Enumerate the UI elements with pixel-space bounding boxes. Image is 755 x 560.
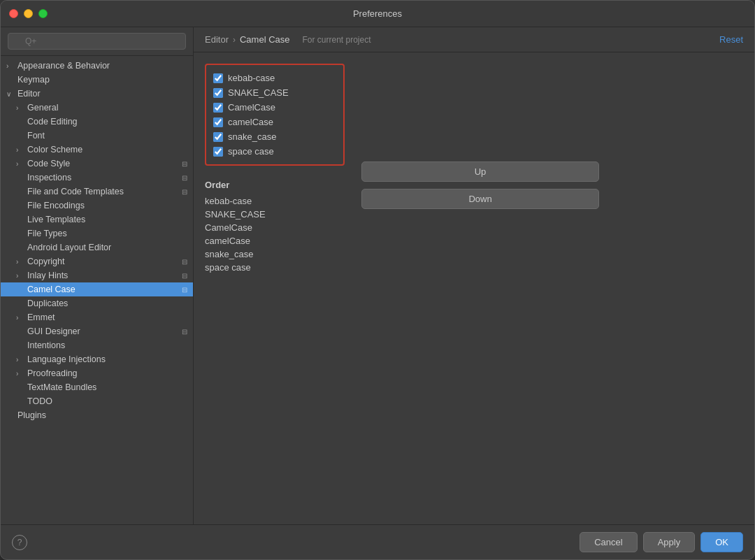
sidebar-item-todo[interactable]: TODO (1, 394, 193, 408)
sidebar-item-label-live-templates: Live Templates (27, 215, 187, 224)
search-input[interactable] (8, 33, 186, 50)
page-icon-file-code-templates: ⊟ (182, 188, 187, 196)
sidebar-tree: ›Appearance & BehaviorKeymap∨Editor›Gene… (1, 56, 193, 524)
page-icon-camel-case: ⊟ (182, 286, 187, 294)
preferences-window: Preferences ⌕ ›Appearance & BehaviorKeym… (0, 0, 755, 560)
checkbox-item-space-case: space case (213, 144, 336, 159)
order-section: Order kebab-caseSNAKE_CASECamelCasecamel… (205, 180, 345, 274)
checkbox-snake-case-lower[interactable] (213, 132, 223, 142)
sidebar-item-label-appearance-behavior: Appearance & Behavior (17, 61, 187, 71)
reset-button[interactable]: Reset (719, 34, 743, 45)
sidebar-item-file-encodings[interactable]: File Encodings (1, 199, 193, 213)
sidebar-item-intentions[interactable]: Intentions (1, 338, 193, 352)
sidebar-item-textmate-bundles[interactable]: TextMate Bundles (1, 380, 193, 394)
sidebar-item-code-style[interactable]: ›Code Style⊟ (1, 157, 193, 171)
checkbox-label-snake-case-upper: SNAKE_CASE (228, 87, 289, 98)
sidebar-item-copyright[interactable]: ›Copyright⊟ (1, 254, 193, 268)
chevron-icon-inlay-hints: › (16, 272, 24, 280)
order-item-0[interactable]: kebab-case (205, 194, 345, 208)
checkbox-label-snake-case-lower: snake_case (228, 131, 276, 142)
sidebar-item-file-code-templates[interactable]: File and Code Templates⊟ (1, 185, 193, 199)
checkbox-item-camel-case-lower: camelCase (213, 115, 336, 129)
sidebar-item-label-inspections: Inspections (27, 173, 179, 182)
sidebar-item-label-code-style: Code Style (27, 159, 179, 168)
chevron-icon-copyright: › (16, 258, 24, 266)
sidebar-item-inlay-hints[interactable]: ›Inlay Hints⊟ (1, 268, 193, 282)
sidebar-item-label-file-types: File Types (27, 229, 187, 238)
sidebar-item-label-intentions: Intentions (27, 340, 187, 350)
checkbox-item-camel-case-upper: CamelCase (213, 100, 336, 115)
page-icon-copyright: ⊟ (182, 258, 187, 266)
sidebar-item-duplicates[interactable]: Duplicates (1, 296, 193, 310)
sidebar-item-appearance-behavior[interactable]: ›Appearance & Behavior (1, 59, 193, 73)
sidebar-item-plugins[interactable]: Plugins (1, 408, 193, 422)
sidebar-item-label-copyright: Copyright (27, 257, 179, 266)
page-icon-gui-designer: ⊟ (182, 328, 187, 336)
page-icon-inspections: ⊟ (182, 174, 187, 182)
sidebar-item-gui-designer[interactable]: GUI Designer⊟ (1, 324, 193, 338)
chevron-icon-color-scheme: › (16, 146, 24, 154)
traffic-lights (9, 9, 48, 18)
sidebar-item-label-file-code-templates: File and Code Templates (27, 187, 179, 196)
sidebar-item-file-types[interactable]: File Types (1, 227, 193, 240)
sidebar-item-label-android-layout-editor: Android Layout Editor (27, 243, 187, 252)
sidebar-item-label-emmet: Emmet (27, 313, 187, 322)
sidebar-item-android-layout-editor[interactable]: Android Layout Editor (1, 240, 193, 254)
sidebar-item-color-scheme[interactable]: ›Color Scheme (1, 143, 193, 157)
sidebar-item-camel-case[interactable]: Camel Case⊟ (1, 282, 193, 296)
sidebar-item-keymap[interactable]: Keymap (1, 73, 193, 87)
checkbox-snake-case-upper[interactable] (213, 88, 223, 98)
order-item-4[interactable]: snake_case (205, 247, 345, 261)
sidebar-item-label-language-injections: Language Injections (27, 354, 187, 364)
sidebar-item-editor[interactable]: ∨Editor (1, 87, 193, 101)
breadcrumb-arrow: › (233, 35, 236, 45)
sidebar-item-label-plugins: Plugins (17, 410, 187, 420)
sidebar-item-label-inlay-hints: Inlay Hints (27, 271, 179, 280)
down-button[interactable]: Down (361, 189, 599, 209)
sidebar-item-label-proofreading: Proofreading (27, 368, 187, 378)
footer: ? Cancel Apply OK (1, 524, 754, 559)
chevron-icon-code-style: › (16, 160, 24, 168)
sidebar-item-label-color-scheme: Color Scheme (27, 145, 187, 155)
sidebar: ⌕ ›Appearance & BehaviorKeymap∨Editor›Ge… (1, 27, 194, 524)
options-column: kebab-caseSNAKE_CASECamelCasecamelCasesn… (205, 64, 345, 513)
checkbox-label-kebab-case: kebab-case (228, 73, 275, 83)
sidebar-item-general[interactable]: ›General (1, 101, 193, 115)
right-panel: Editor › Camel Case For current project … (194, 27, 754, 524)
sidebar-item-code-editing[interactable]: Code Editing (1, 115, 193, 129)
sidebar-item-live-templates[interactable]: Live Templates (1, 213, 193, 227)
sidebar-item-label-file-encodings: File Encodings (27, 201, 187, 210)
order-item-3[interactable]: camelCase (205, 234, 345, 247)
checkbox-camel-case-lower[interactable] (213, 117, 223, 127)
chevron-icon-editor: ∨ (6, 90, 15, 98)
apply-button[interactable]: Apply (643, 532, 696, 552)
close-button[interactable] (9, 9, 18, 18)
checkbox-kebab-case[interactable] (213, 73, 223, 83)
checkbox-label-camel-case-upper: CamelCase (228, 102, 275, 113)
chevron-icon-language-injections: › (16, 356, 24, 364)
sidebar-item-label-todo: TODO (27, 396, 187, 406)
checkbox-item-kebab-case: kebab-case (213, 71, 336, 85)
sidebar-item-emmet[interactable]: ›Emmet (1, 310, 193, 324)
sidebar-item-label-editor: Editor (17, 89, 187, 99)
order-item-1[interactable]: SNAKE_CASE (205, 208, 345, 221)
chevron-icon-emmet: › (16, 314, 24, 322)
sidebar-item-font[interactable]: Font (1, 129, 193, 143)
checkbox-space-case[interactable] (213, 147, 223, 157)
checkbox-item-snake-case-upper: SNAKE_CASE (213, 85, 336, 100)
sidebar-item-language-injections[interactable]: ›Language Injections (1, 352, 193, 366)
cancel-button[interactable]: Cancel (580, 532, 637, 552)
checkbox-camel-case-upper[interactable] (213, 103, 223, 113)
sidebar-item-inspections[interactable]: Inspections⊟ (1, 171, 193, 185)
up-button[interactable]: Up (361, 161, 599, 182)
maximize-button[interactable] (38, 9, 48, 18)
sidebar-item-proofreading[interactable]: ›Proofreading (1, 366, 193, 380)
ok-button[interactable]: OK (700, 532, 743, 552)
sidebar-item-label-duplicates: Duplicates (27, 299, 187, 308)
sidebar-item-label-camel-case: Camel Case (27, 285, 179, 294)
checkbox-label-space-case: space case (228, 146, 274, 157)
minimize-button[interactable] (24, 9, 33, 18)
order-item-5[interactable]: space case (205, 261, 345, 274)
order-item-2[interactable]: CamelCase (205, 221, 345, 234)
help-button[interactable]: ? (12, 535, 27, 550)
